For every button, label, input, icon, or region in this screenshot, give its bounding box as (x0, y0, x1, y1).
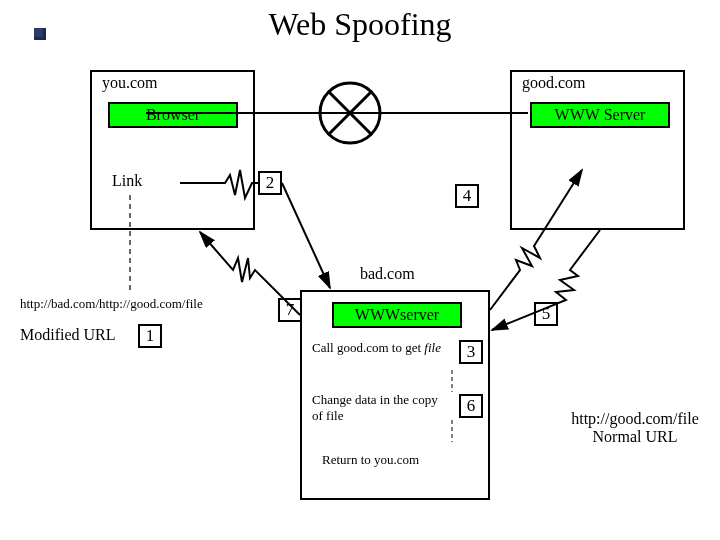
step-4: 4 (455, 184, 479, 208)
step-change-text: Change data in the copy of file (312, 392, 447, 424)
normal-url: http://good.com/file Normal URL (560, 410, 710, 446)
step-1: 1 (138, 324, 162, 348)
step-3: 3 (459, 340, 483, 364)
link-label: Link (112, 172, 142, 190)
step-6: 6 (459, 394, 483, 418)
normal-url-line1: http://good.com/file (560, 410, 710, 428)
youcom-label: you.com (102, 74, 158, 92)
wwwserver-box-bad: WWWserver (332, 302, 462, 328)
svg-line-5 (282, 183, 330, 288)
wwwserver-box-right: WWW Server (530, 102, 670, 128)
browser-box: Browser (108, 102, 238, 128)
step-call-prefix: Call good.com to get (312, 340, 424, 355)
step-call-file: file (424, 340, 441, 355)
step-7: 7 (278, 298, 302, 322)
modified-url-text: http://bad.com/http://good.com/file (20, 296, 203, 312)
modified-url-label: Modified URL (20, 326, 116, 344)
badcom-label: bad.com (360, 265, 415, 283)
step-2: 2 (258, 171, 282, 195)
step-return-text: Return to you.com (322, 452, 419, 468)
step-call-text: Call good.com to get file (312, 340, 447, 356)
bullet-decor (34, 28, 46, 40)
page-title: Web Spoofing (0, 6, 720, 43)
svg-line-3 (328, 91, 372, 135)
svg-line-2 (328, 91, 372, 135)
normal-url-line2: Normal URL (560, 428, 710, 446)
step-5: 5 (534, 302, 558, 326)
youcom-box: you.com Browser Link (90, 70, 255, 230)
goodcom-box: good.com WWW Server (510, 70, 685, 230)
goodcom-label: good.com (522, 74, 586, 92)
svg-point-1 (320, 83, 380, 143)
